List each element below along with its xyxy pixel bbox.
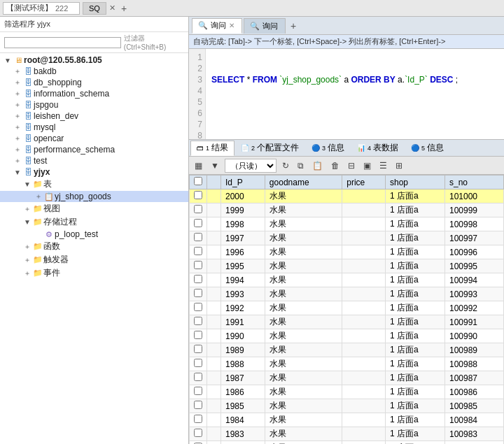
row-checkbox[interactable] [194, 359, 202, 367]
row-checkbox[interactable] [194, 261, 202, 269]
delete-button[interactable]: 🗑 [328, 159, 342, 172]
table-cell[interactable] [342, 245, 386, 259]
table-cell[interactable] [342, 385, 386, 399]
sidebar-item-performance_schema[interactable]: ＋ 🗄 performance_schema [0, 144, 188, 155]
row-checkbox[interactable] [194, 401, 202, 409]
grid-view-button[interactable]: ▦ [192, 159, 205, 172]
table-cell[interactable]: 1 店面a [386, 245, 445, 259]
table-cell[interactable]: 1 店面a [386, 357, 445, 371]
table-cell[interactable]: 水果 [265, 273, 342, 287]
row-checkbox[interactable] [194, 275, 202, 283]
header-price[interactable]: price [342, 176, 386, 189]
table-row[interactable]: 1990水果1 店面a100990 [190, 329, 504, 343]
table-cell[interactable] [342, 329, 386, 343]
table-cell[interactable]: 1990 [221, 329, 265, 343]
row-checkbox[interactable] [194, 429, 202, 437]
table-row[interactable]: 1998水果1 店面a100998 [190, 217, 504, 231]
table-cell[interactable]: 1 店面a [386, 343, 445, 357]
views-toggle[interactable]: ＋ [22, 204, 32, 214]
sidebar-item-opencar[interactable]: ＋ 🗄 opencar [0, 133, 188, 144]
table-cell[interactable]: 1 店面a [386, 399, 445, 413]
dropdown-arrow-button[interactable]: ▼ [208, 159, 222, 172]
table-cell[interactable]: 水果 [265, 385, 342, 399]
sidebar-item-p_loop_test[interactable]: ⚙ p_loop_test [0, 229, 188, 240]
table-cell[interactable]: 1999 [221, 203, 265, 217]
sidebar-item-bakdb[interactable]: ＋ 🗄 bakdb [0, 66, 188, 77]
table-cell[interactable]: 水果 [265, 217, 342, 231]
table-cell[interactable]: 水果 [265, 259, 342, 273]
table-cell[interactable]: 1 店面a [386, 231, 445, 245]
table-cell[interactable]: 1995 [221, 259, 265, 273]
result-tab-2[interactable]: 📄 2 个配置文件 [234, 141, 305, 156]
table-cell[interactable]: 100998 [445, 217, 504, 231]
table-cell[interactable]: 100986 [445, 385, 504, 399]
table-cell[interactable] [342, 427, 386, 441]
paste-button[interactable]: 📋 [309, 159, 326, 172]
table-row[interactable]: 1989水果1 店面a100989 [190, 343, 504, 357]
table-cell[interactable]: 水果 [265, 231, 342, 245]
refresh-button[interactable]: ↻ [279, 159, 292, 172]
table-cell[interactable]: 100987 [445, 371, 504, 385]
table-cell[interactable]: 2000 [221, 189, 265, 203]
db-shopping-toggle[interactable]: ＋ [13, 78, 22, 87]
table-cell[interactable] [342, 203, 386, 217]
table-row[interactable]: 1997水果1 店面a100997 [190, 231, 504, 245]
sidebar-item-leishen_dev[interactable]: ＋ 🗄 leishen_dev [0, 110, 188, 122]
row-checkbox[interactable] [194, 247, 202, 255]
table-cell[interactable]: 100989 [445, 343, 504, 357]
table-cell[interactable]: 100990 [445, 329, 504, 343]
editor-tab-add-button[interactable]: + [287, 20, 300, 32]
table-cell[interactable]: 1 店面a [386, 301, 445, 315]
table-cell[interactable]: 100995 [445, 259, 504, 273]
code-editor[interactable]: 1 2 3 4 5 6 7 8 SELECT * FROM `yj_shop_g… [189, 49, 504, 140]
sidebar-item-yjyx[interactable]: ▼ 🗄 yjyx [0, 166, 188, 178]
table-cell[interactable] [342, 441, 386, 445]
table-cell[interactable] [342, 315, 386, 329]
sidebar-item-root[interactable]: ▼ 🖥 root@120.55.86.105 [0, 55, 188, 66]
mysql-toggle[interactable]: ＋ [13, 122, 22, 132]
table-row[interactable]: 1992水果1 店面a100992 [190, 301, 504, 315]
sidebar-item-test[interactable]: ＋ 🗄 test [0, 155, 188, 166]
row-checkbox[interactable] [194, 317, 202, 325]
result-tab-1[interactable]: 🗃 1 结果 [190, 141, 234, 156]
table-cell[interactable]: 水果 [265, 315, 342, 329]
sidebar-item-events[interactable]: ＋ 📁 事件 [0, 266, 188, 280]
table-cell[interactable] [342, 343, 386, 357]
table-row[interactable]: 1984水果1 店面a100984 [190, 413, 504, 427]
table-cell[interactable]: 100991 [445, 315, 504, 329]
table-cell[interactable] [342, 357, 386, 371]
table-row[interactable]: 1995水果1 店面a100995 [190, 259, 504, 273]
list-view-button[interactable]: ☰ [377, 159, 390, 172]
close-icon[interactable]: ✕ [109, 3, 115, 13]
row-checkbox[interactable] [194, 345, 202, 353]
table-cell[interactable]: 1 店面a [386, 315, 445, 329]
table-cell[interactable]: 100984 [445, 413, 504, 427]
table-cell[interactable]: 1989 [221, 343, 265, 357]
table-cell[interactable]: 100982 [445, 441, 504, 445]
col-select-button[interactable]: ▣ [360, 159, 374, 172]
row-checkbox[interactable] [194, 415, 202, 423]
table-cell[interactable]: 1987 [221, 371, 265, 385]
sidebar-item-yj_shop_goods[interactable]: ＋ 📋 yj_shop_goods [0, 191, 188, 202]
sidebar-item-mysql[interactable]: ＋ 🗄 mysql [0, 122, 188, 133]
table-cell[interactable]: 1982 [221, 441, 265, 445]
table-cell[interactable]: 1 店面a [386, 287, 445, 301]
table-cell[interactable]: 水果 [265, 189, 342, 203]
procedures-toggle[interactable]: ▼ [22, 218, 32, 226]
sidebar-filter-input[interactable] [4, 37, 121, 48]
table-cell[interactable]: 1988 [221, 357, 265, 371]
data-table-wrapper[interactable]: Id_P goodname price shop s_no 2000水果1 店面… [189, 175, 504, 444]
result-tab-5[interactable]: 🔵 5 信息 [405, 141, 450, 156]
tab-query2[interactable]: 🔍 询问 [244, 18, 286, 34]
table-row[interactable]: 1994水果1 店面a100994 [190, 273, 504, 287]
table-cell[interactable]: 1 店面a [386, 371, 445, 385]
table-cell[interactable]: 水果 [265, 245, 342, 259]
table-cell[interactable]: 水果 [265, 441, 342, 445]
table-cell[interactable]: 水果 [265, 343, 342, 357]
code-content[interactable]: SELECT * FROM `yj_shop_goods` a ORDER BY… [206, 49, 504, 139]
readonly-select[interactable]: （只读） 编辑 [225, 159, 276, 173]
sidebar-item-tables[interactable]: ▼ 📁 表 [0, 178, 188, 191]
table-cell[interactable]: 100988 [445, 357, 504, 371]
table-cell[interactable]: 水果 [265, 427, 342, 441]
table-cell[interactable]: 1 店面a [386, 413, 445, 427]
